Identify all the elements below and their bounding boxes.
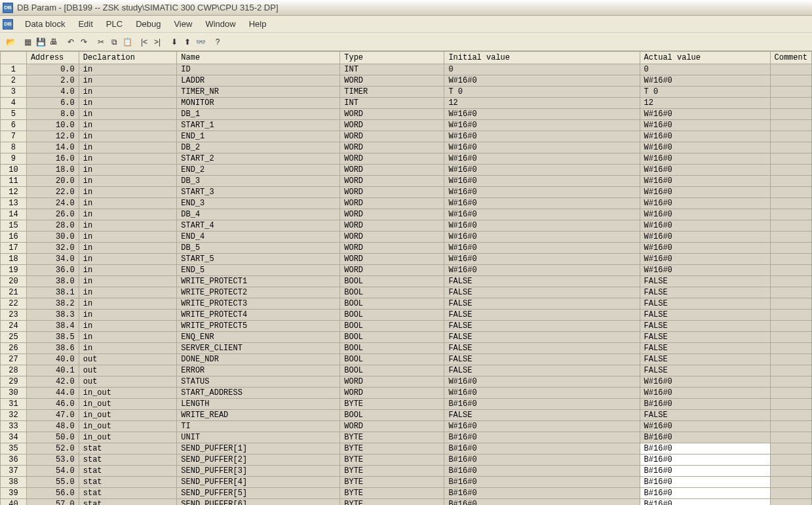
goto-end-icon[interactable]: >| — [151, 35, 164, 49]
cell-declaration[interactable]: in — [79, 187, 177, 198]
cell-actual-value[interactable]: W#16#0 — [640, 153, 770, 165]
redo-icon[interactable]: ↷ — [77, 35, 90, 49]
cell-actual-value[interactable]: W#16#0 — [640, 120, 770, 131]
cell-name[interactable]: START_ADDRESS — [177, 388, 340, 399]
cell-address[interactable]: 6.0 — [26, 98, 79, 109]
cell-address[interactable]: 42.0 — [26, 376, 79, 388]
cell-address[interactable]: 38.1 — [26, 287, 79, 298]
cell-comment[interactable] — [770, 298, 811, 310]
cell-actual-value[interactable]: FALSE — [640, 332, 770, 343]
cell-initial-value[interactable]: 0 — [444, 64, 640, 75]
cell-initial-value[interactable]: W#16#0 — [444, 220, 640, 232]
cell-actual-value[interactable]: W#16#0 — [640, 232, 770, 243]
cell-actual-value[interactable]: FALSE — [640, 410, 770, 421]
cell-name[interactable]: LENGTH — [177, 399, 340, 410]
row-number[interactable]: 23 — [1, 310, 27, 321]
table-row[interactable]: 22.0inLADDRWORDW#16#0W#16#0 — [1, 75, 812, 87]
table-row[interactable]: 4057.0statSEND_PUFFER[6]BYTEB#16#0B#16#0 — [1, 499, 812, 506]
cell-initial-value[interactable]: FALSE — [444, 365, 640, 376]
cell-comment[interactable] — [770, 388, 811, 399]
cell-comment[interactable] — [770, 165, 811, 176]
table-row[interactable]: 1528.0inSTART_4WORDW#16#0W#16#0 — [1, 220, 812, 232]
table-row[interactable]: 3956.0statSEND_PUFFER[5]BYTEB#16#0B#16#0 — [1, 488, 812, 499]
cell-type[interactable]: WORD — [340, 265, 444, 276]
cell-type[interactable]: WORD — [340, 75, 444, 87]
cell-declaration[interactable]: out — [79, 354, 177, 365]
table-row[interactable]: 2038.0inWRITE_PROTECT1BOOLFALSEFALSE — [1, 276, 812, 287]
row-number[interactable]: 35 — [1, 443, 27, 455]
cell-name[interactable]: END_1 — [177, 131, 340, 142]
cell-address[interactable]: 20.0 — [26, 176, 79, 187]
cell-name[interactable]: ERROR — [177, 365, 340, 376]
table-row[interactable]: 3552.0statSEND_PUFFER[1]BYTEB#16#0B#16#0 — [1, 443, 812, 455]
table-row[interactable]: 1834.0inSTART_5WORDW#16#0W#16#0 — [1, 254, 812, 265]
cell-declaration[interactable]: in — [79, 332, 177, 343]
cell-type[interactable]: WORD — [340, 153, 444, 165]
cell-initial-value[interactable]: W#16#0 — [444, 142, 640, 153]
row-number[interactable]: 12 — [1, 187, 27, 198]
cell-name[interactable]: START_1 — [177, 120, 340, 131]
cell-address[interactable]: 52.0 — [26, 443, 79, 455]
cell-initial-value[interactable]: B#16#0 — [444, 499, 640, 506]
cell-name[interactable]: START_4 — [177, 220, 340, 232]
cell-name[interactable]: END_3 — [177, 198, 340, 209]
cell-declaration[interactable]: stat — [79, 499, 177, 506]
cell-initial-value[interactable]: W#16#0 — [444, 254, 640, 265]
cell-declaration[interactable]: in — [79, 243, 177, 254]
goto-start-icon[interactable]: |< — [138, 35, 151, 49]
cell-comment[interactable] — [770, 332, 811, 343]
cell-actual-value[interactable]: W#16#0 — [640, 165, 770, 176]
cell-declaration[interactable]: stat — [79, 455, 177, 466]
cell-address[interactable]: 56.0 — [26, 488, 79, 499]
cell-actual-value[interactable]: FALSE — [640, 343, 770, 354]
cell-initial-value[interactable]: FALSE — [444, 321, 640, 332]
row-number[interactable]: 18 — [1, 254, 27, 265]
undo-icon[interactable]: ↶ — [64, 35, 77, 49]
cell-type[interactable]: WORD — [340, 176, 444, 187]
cell-declaration[interactable]: in — [79, 265, 177, 276]
cell-comment[interactable] — [770, 466, 811, 477]
cell-address[interactable]: 36.0 — [26, 265, 79, 276]
cell-name[interactable]: ID — [177, 64, 340, 75]
column-header-comment[interactable]: Comment — [770, 52, 811, 64]
cell-name[interactable]: DB_1 — [177, 109, 340, 120]
table-row[interactable]: 2538.5inENQ_ENRBOOLFALSEFALSE — [1, 332, 812, 343]
table-row[interactable]: 1936.0inEND_5WORDW#16#0W#16#0 — [1, 265, 812, 276]
open-icon[interactable]: 📂 — [4, 35, 17, 49]
row-number[interactable]: 7 — [1, 131, 27, 142]
cell-type[interactable]: BOOL — [340, 298, 444, 310]
cell-comment[interactable] — [770, 87, 811, 98]
row-number[interactable]: 19 — [1, 265, 27, 276]
row-number[interactable]: 17 — [1, 243, 27, 254]
row-number[interactable]: 34 — [1, 432, 27, 443]
cell-initial-value[interactable]: FALSE — [444, 287, 640, 298]
cell-comment[interactable] — [770, 488, 811, 499]
cell-comment[interactable] — [770, 176, 811, 187]
cell-name[interactable]: LADDR — [177, 75, 340, 87]
row-number[interactable]: 30 — [1, 388, 27, 399]
cell-address[interactable]: 53.0 — [26, 455, 79, 466]
cell-actual-value[interactable]: B#16#0 — [640, 455, 770, 466]
row-number[interactable]: 26 — [1, 343, 27, 354]
cell-name[interactable]: STATUS — [177, 376, 340, 388]
table-row[interactable]: 3146.0in_outLENGTHBYTEB#16#0B#16#0 — [1, 399, 812, 410]
cell-type[interactable]: WORD — [340, 131, 444, 142]
cell-name[interactable]: WRITE_PROTECT1 — [177, 276, 340, 287]
cell-address[interactable]: 48.0 — [26, 421, 79, 432]
row-number[interactable]: 36 — [1, 455, 27, 466]
cell-type[interactable]: TIMER — [340, 87, 444, 98]
cell-actual-value[interactable]: W#16#0 — [640, 176, 770, 187]
cell-type[interactable]: BOOL — [340, 321, 444, 332]
row-number[interactable]: 9 — [1, 153, 27, 165]
cell-actual-value[interactable]: B#16#0 — [640, 488, 770, 499]
table-row[interactable]: 1222.0inSTART_3WORDW#16#0W#16#0 — [1, 187, 812, 198]
cell-address[interactable]: 24.0 — [26, 198, 79, 209]
cell-actual-value[interactable]: W#16#0 — [640, 265, 770, 276]
cell-type[interactable]: INT — [340, 98, 444, 109]
cell-initial-value[interactable]: FALSE — [444, 410, 640, 421]
cell-initial-value[interactable]: B#16#0 — [444, 477, 640, 488]
upload-icon[interactable]: ⬆ — [181, 35, 194, 49]
row-number[interactable]: 2 — [1, 75, 27, 87]
cell-declaration[interactable]: in — [79, 276, 177, 287]
cell-declaration[interactable]: out — [79, 365, 177, 376]
